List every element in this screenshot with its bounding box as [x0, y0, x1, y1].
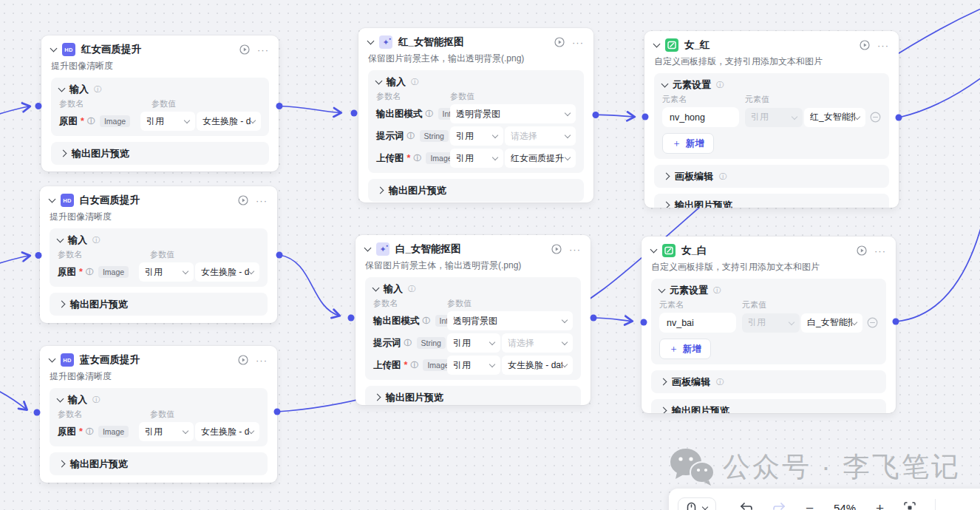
more-menu-icon[interactable]: ···	[877, 41, 889, 50]
info-icon	[408, 285, 415, 293]
section-chevron-icon[interactable]	[372, 284, 380, 291]
zoom-level[interactable]: 54%	[831, 502, 859, 510]
node-card-red-quality[interactable]: HD 红女画质提升 ··· 提升图像清晰度 输入 参数名 参数值 原图*	[41, 35, 279, 171]
more-menu-icon[interactable]: ···	[256, 356, 268, 365]
node-card-nv-bai[interactable]: 女_白 ··· 自定义画板排版，支持引用添加文本和图片 元素设置 元素名 元素值…	[642, 237, 896, 413]
ref-select[interactable]: 引用	[450, 149, 503, 168]
section-chevron-icon[interactable]	[58, 84, 66, 92]
more-menu-icon[interactable]: ···	[874, 246, 886, 256]
value-select[interactable]: 红_女智能抠图 -	[804, 108, 865, 127]
collapse-chevron-icon[interactable]	[50, 45, 58, 52]
output-preview-section[interactable]: 输出图片预览	[368, 179, 584, 202]
canvas-node-icon	[662, 244, 676, 257]
value-select[interactable]: 女生换脸 - data	[197, 112, 261, 131]
node-card-nv-hong[interactable]: 女_红 ··· 自定义画板排版，支持引用添加文本和图片 元素设置 元素名 元素值…	[644, 31, 899, 208]
value-select[interactable]: 请选择	[505, 126, 576, 146]
value-select[interactable]: 白_女智能抠图 -	[801, 313, 862, 333]
hd-node-icon: HD	[62, 43, 75, 56]
mode-select[interactable]: 透明背景图	[450, 104, 576, 123]
ref-select[interactable]: 引用	[447, 333, 500, 353]
zoom-in-button[interactable]: +	[876, 501, 884, 510]
run-node-icon[interactable]	[551, 244, 562, 254]
add-element-button[interactable]: ＋ 新增	[659, 339, 711, 359]
run-node-icon[interactable]	[860, 40, 870, 50]
section-title: 输出图片预览	[70, 298, 128, 311]
ref-select[interactable]: 引用	[450, 126, 503, 146]
collapse-chevron-icon[interactable]	[653, 41, 661, 48]
ref-select-disabled[interactable]: 引用	[745, 108, 803, 127]
run-node-icon[interactable]	[554, 37, 565, 47]
node-card-blue-quality[interactable]: HD 蓝女画质提升 ··· 提升图像清晰度 输入 参数名 参数值 原图*	[40, 346, 277, 483]
element-name-input[interactable]: nv_hong	[662, 107, 739, 127]
ref-select[interactable]: 引用	[139, 422, 194, 441]
output-preview-section[interactable]: 输出图片预览	[654, 194, 889, 208]
param-name: 上传图	[373, 359, 401, 372]
output-preview-section[interactable]: 输出图片预览	[51, 142, 269, 165]
collapse-chevron-icon[interactable]	[650, 246, 658, 254]
board-edit-section[interactable]: 画板编辑	[651, 370, 886, 393]
ref-select[interactable]: 引用	[447, 356, 500, 375]
node-title: 红_女智能抠图	[398, 35, 464, 49]
value-select[interactable]: 女生换脸 - data	[195, 262, 259, 282]
pointer-tool-button[interactable]	[678, 497, 716, 510]
watermark-text: 公众号 · 李飞笔记	[723, 449, 961, 486]
more-menu-icon[interactable]: ···	[569, 245, 581, 254]
value-select[interactable]: 红女画质提升 - da	[505, 149, 576, 168]
add-element-button[interactable]: ＋ 新增	[662, 133, 714, 154]
board-edit-section[interactable]: 画板编辑	[654, 165, 889, 188]
edge	[279, 255, 339, 316]
node-card-white-quality[interactable]: HD 白女画质提升 ··· 提升图像清晰度 输入 参数名 参数值 原图*	[40, 186, 277, 323]
more-menu-icon[interactable]: ···	[572, 38, 584, 47]
value-select[interactable]: 女生换脸 - data	[502, 356, 573, 375]
port[interactable]	[591, 315, 597, 322]
redo-button[interactable]	[772, 502, 786, 510]
more-menu-icon[interactable]: ···	[257, 45, 269, 55]
output-preview-section[interactable]: 输出图片预览	[651, 399, 886, 413]
undo-button[interactable]	[739, 502, 753, 510]
more-menu-icon[interactable]: ···	[256, 196, 268, 205]
node-subtitle: 提升图像清晰度	[51, 61, 269, 72]
element-name-input[interactable]: nv_bai	[659, 313, 736, 333]
edge	[596, 115, 634, 117]
remove-element-icon[interactable]	[867, 317, 878, 328]
output-preview-section[interactable]: 输出图片预览	[50, 452, 268, 475]
type-tag: Image	[98, 266, 129, 278]
run-node-icon[interactable]	[857, 245, 867, 256]
value-select[interactable]: 女生换脸 - data	[195, 422, 259, 441]
node-title: 女_红	[684, 38, 710, 52]
section-chevron-icon[interactable]	[661, 80, 669, 87]
collapse-chevron-icon[interactable]	[49, 356, 56, 363]
col-param-name: 参数名	[58, 250, 150, 259]
collapse-chevron-icon[interactable]	[364, 245, 372, 252]
value-select[interactable]: 请选择	[502, 333, 573, 353]
collapse-chevron-icon[interactable]	[49, 196, 56, 203]
section-chevron-icon[interactable]	[57, 395, 64, 402]
node-subtitle: 保留图片前景主体，输出透明背景(.png)	[365, 260, 581, 271]
fit-view-button[interactable]	[903, 501, 916, 510]
section-chevron-icon[interactable]	[659, 285, 666, 293]
collapse-chevron-icon[interactable]	[367, 38, 375, 45]
output-preview-section[interactable]: 输出图片预览	[365, 386, 581, 405]
run-node-icon[interactable]	[238, 355, 248, 365]
port[interactable]	[348, 315, 355, 322]
section-chevron-icon[interactable]	[375, 77, 383, 84]
remove-element-icon[interactable]	[870, 112, 881, 123]
mode-select[interactable]: 透明背景图	[447, 311, 573, 330]
col-param-value: 参数值	[150, 250, 174, 259]
section-chevron-icon[interactable]	[57, 235, 64, 242]
node-card-white-cutout[interactable]: ✦● 白_女智能抠图 ··· 保留图片前景主体，输出透明背景(.png) 输入 …	[355, 235, 591, 405]
col-element-name: 元素名	[659, 300, 742, 310]
run-node-icon[interactable]	[239, 44, 250, 55]
input-section: 输入 参数名 参数值 原图* Image 引用 女生换脸 - data	[50, 388, 268, 446]
port[interactable]	[351, 110, 358, 117]
zoom-out-button[interactable]: −	[806, 501, 814, 510]
ref-select-disabled[interactable]: 引用	[742, 313, 800, 333]
output-preview-section[interactable]: 输出图片预览	[50, 293, 268, 316]
edge	[896, 174, 980, 322]
ref-select[interactable]: 引用	[140, 112, 195, 131]
section-title: 元素设置	[673, 78, 711, 92]
node-card-red-cutout[interactable]: ✦● 红_女智能抠图 ··· 保留图片前景主体，输出透明背景(.png) 输入 …	[358, 28, 593, 203]
workflow-canvas[interactable]: 公众号 · 李飞笔记 HD 红女画质提升 ··· 提升图像清晰度 输入 参数名 …	[0, 0, 980, 510]
run-node-icon[interactable]	[238, 195, 248, 205]
ref-select[interactable]: 引用	[139, 262, 194, 282]
